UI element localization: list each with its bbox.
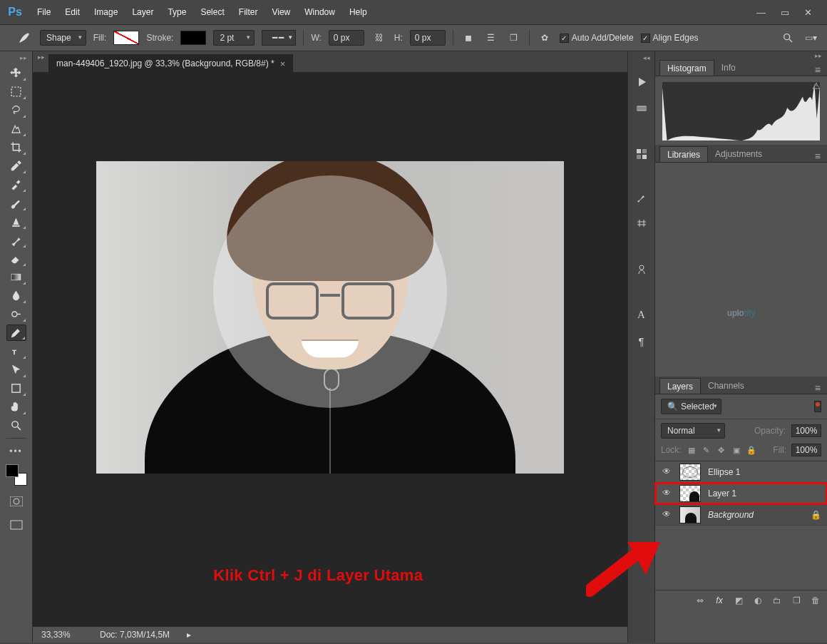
pen-tool[interactable] [6,324,26,341]
document-tab[interactable]: man-449406_1920.jpg @ 33,3% (Background,… [48,54,293,72]
path-select-tool[interactable] [6,362,26,378]
character-panel-icon[interactable]: A [634,307,649,322]
screen-mode-button[interactable] [6,517,26,533]
menu-select[interactable]: Select [193,3,231,21]
layer-name[interactable]: Ellipse 1 [708,467,821,477]
gear-icon[interactable]: ✿ [537,30,553,46]
layer-name[interactable]: Background [708,510,803,520]
tools-expand-icon[interactable]: ▸▸ [19,54,28,61]
visibility-toggle-icon[interactable]: 👁 [661,488,672,499]
window-maximize-button[interactable]: ▭ [777,7,792,18]
paragraph-panel-icon[interactable]: ¶ [634,333,649,349]
dock-expand-icon[interactable]: ◂◂ [642,54,651,61]
adjustments-tab[interactable]: Adjustments [708,146,769,162]
shape-tool[interactable] [6,380,26,397]
dodge-tool[interactable] [6,306,26,322]
brushes-panel-icon[interactable] [634,189,649,205]
brush-settings-panel-icon[interactable] [634,215,649,231]
quick-select-tool[interactable] [6,121,26,137]
path-operations-icon[interactable]: ◼ [461,30,476,46]
new-layer-icon[interactable]: ❐ [791,595,802,606]
layer-group-icon[interactable]: 🗀 [771,595,783,606]
quick-mask-toggle[interactable] [6,494,26,509]
doc-info-more-icon[interactable]: ▸ [187,630,191,640]
zoom-tool[interactable] [6,417,26,434]
visibility-toggle-icon[interactable]: 👁 [661,509,672,521]
gradient-tool[interactable] [6,269,26,285]
lock-all-icon[interactable]: 🔒 [746,445,756,455]
stroke-width-field[interactable]: 2 pt [213,30,255,46]
lock-position-icon[interactable]: ✥ [716,445,726,455]
search-icon[interactable] [780,30,796,46]
close-tab-icon[interactable]: × [280,58,286,69]
visibility-toggle-icon[interactable]: 👁 [661,466,672,478]
canvas[interactable]: Klik Ctrl + J di Layer Utama [33,72,627,626]
menu-filter[interactable]: Filter [232,3,265,21]
history-brush-tool[interactable] [6,232,26,248]
hand-tool[interactable] [6,399,26,415]
link-dimensions-icon[interactable]: ⛓ [371,30,387,46]
adjustment-layer-icon[interactable]: ◐ [752,595,764,606]
path-alignment-icon[interactable]: ☰ [483,30,499,46]
libraries-panel-menu-icon[interactable]: ≡ [813,150,823,162]
workspace-switcher-icon[interactable]: ▭▾ [803,30,818,46]
swatches-panel-icon[interactable] [634,146,649,162]
layer-row-background[interactable]: 👁 Background 🔒 [655,504,827,526]
info-tab[interactable]: Info [714,60,743,76]
shape-width-field[interactable]: 0 px [329,30,364,46]
layers-filter-toggle[interactable] [814,401,821,412]
edit-toolbar-button[interactable]: ••• [6,443,26,459]
menu-file[interactable]: File [30,3,58,21]
delete-layer-icon[interactable]: 🗑 [810,595,821,606]
clone-stamp-tool[interactable] [6,213,26,230]
layers-tab[interactable]: Layers [659,378,701,394]
layer-row-layer1[interactable]: 👁 Layer 1 [655,483,827,504]
auto-add-delete-checkbox[interactable]: ✓Auto Add/Delete [560,33,634,43]
doc-tabs-expand-icon[interactable]: ▸▸ [37,53,46,61]
menu-edit[interactable]: Edit [58,3,87,21]
layer-thumbnail[interactable] [679,485,701,502]
layer-row-ellipse[interactable]: 👁 Ellipse 1 [655,461,827,483]
menu-layer[interactable]: Layer [125,3,160,21]
menu-help[interactable]: Help [342,3,374,21]
fill-opacity-field[interactable]: 100% [791,444,821,456]
window-minimize-button[interactable]: — [754,7,769,18]
layers-filter-dropdown[interactable]: 🔍Selected [661,399,721,414]
clone-source-panel-icon[interactable] [634,261,649,277]
zoom-level[interactable]: 33,33% [41,630,83,640]
measure-panel-icon[interactable] [634,101,649,116]
menu-window[interactable]: Window [297,3,342,21]
type-tool[interactable]: T [6,343,26,359]
layer-style-icon[interactable]: fx [714,595,725,606]
lock-transparency-icon[interactable]: ▦ [687,445,697,455]
layers-panel-menu-icon[interactable]: ≡ [813,382,823,394]
shape-mode-dropdown[interactable]: Shape [40,30,86,46]
eyedropper-tool[interactable] [6,158,26,174]
lasso-tool[interactable] [6,102,26,118]
stroke-type-dropdown[interactable]: ━━ [262,30,296,46]
menu-image[interactable]: Image [87,3,125,21]
libraries-tab[interactable]: Libraries [659,146,708,162]
channels-tab[interactable]: Channels [701,378,751,394]
brush-tool[interactable] [6,195,26,211]
histogram-tab[interactable]: Histogram [659,60,714,76]
blur-tool[interactable] [6,287,26,304]
stroke-color-swatch[interactable] [180,31,206,45]
lock-pixels-icon[interactable]: ✎ [702,445,712,455]
path-arrangement-icon[interactable]: ❒ [506,30,522,46]
fill-color-swatch[interactable] [113,31,139,45]
eraser-tool[interactable] [6,250,26,267]
crop-tool[interactable] [6,139,26,155]
tool-preset-picker[interactable] [16,29,33,46]
link-layers-icon[interactable]: ⇔ [694,595,706,606]
lock-artboard-icon[interactable]: ▣ [731,445,741,455]
opacity-field[interactable]: 100% [791,424,821,437]
play-panel-icon[interactable] [634,74,649,90]
menu-view[interactable]: View [264,3,297,21]
layer-thumbnail[interactable] [679,506,701,523]
healing-brush-tool[interactable] [6,176,26,193]
layer-mask-icon[interactable]: ◩ [733,595,744,606]
shape-height-field[interactable]: 0 px [410,30,446,46]
blend-mode-dropdown[interactable]: Normal [661,423,725,439]
marquee-tool[interactable] [6,83,26,100]
